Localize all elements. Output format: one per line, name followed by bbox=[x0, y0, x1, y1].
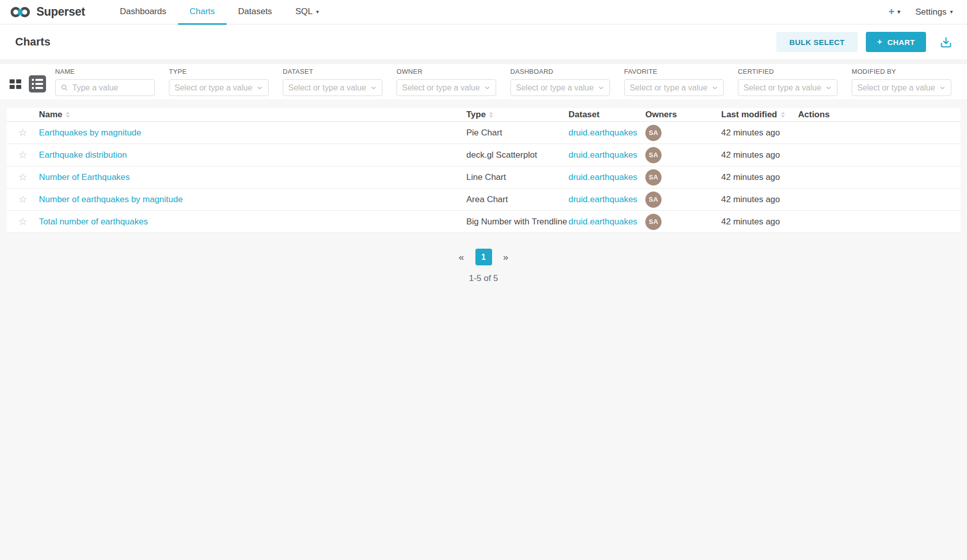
filter-name: NAME bbox=[55, 68, 155, 96]
chart-type: Area Chart bbox=[466, 195, 568, 205]
chart-type: Line Chart bbox=[466, 172, 568, 182]
export-download-icon bbox=[939, 35, 953, 49]
owner-avatar: SA bbox=[645, 125, 662, 141]
chart-name-link[interactable]: Earthquake distribution bbox=[39, 150, 127, 160]
filter-bar: NAME TYPE Select or type a value DATASET… bbox=[0, 64, 967, 99]
name-filter-input[interactable] bbox=[72, 83, 149, 92]
chart-name-link[interactable]: Number of earthquakes by magnitude bbox=[39, 195, 183, 204]
owner-avatar: SA bbox=[645, 169, 662, 185]
chart-name-link[interactable]: Earthquakes by magnitude bbox=[39, 128, 141, 137]
chevron-down-icon bbox=[370, 84, 377, 91]
brand-name: Superset bbox=[36, 5, 85, 19]
plus-icon: + bbox=[877, 37, 882, 47]
column-header-type[interactable]: Type bbox=[466, 110, 568, 120]
new-item-button[interactable]: + ▾ bbox=[889, 6, 900, 18]
filter-dataset: DATASET Select or type a value bbox=[283, 68, 382, 96]
sort-icon bbox=[781, 112, 785, 118]
chevron-down-icon bbox=[939, 84, 946, 91]
view-mode-toggles bbox=[9, 75, 46, 92]
caret-down-icon: ▾ bbox=[898, 9, 901, 15]
sort-icon bbox=[489, 112, 493, 118]
pagination: « 1 » bbox=[0, 249, 967, 265]
favorite-star-icon[interactable]: ☆ bbox=[18, 171, 27, 182]
charts-table: Name Type Dataset Owners Last modified A… bbox=[7, 108, 960, 233]
table-header-row: Name Type Dataset Owners Last modified A… bbox=[7, 108, 960, 122]
pagination-page-1[interactable]: 1 bbox=[475, 249, 492, 265]
favorite-star-icon[interactable]: ☆ bbox=[18, 149, 27, 160]
dashboard-filter-select[interactable]: Select or type a value bbox=[510, 79, 610, 96]
last-modified: 42 minutes ago bbox=[721, 172, 798, 182]
filter-favorite: FAVORITE Select or type a value bbox=[624, 68, 724, 96]
filter-fields: NAME TYPE Select or type a value DATASET… bbox=[55, 68, 951, 96]
chevron-down-icon bbox=[825, 84, 832, 91]
filter-certified: CERTIFIED Select or type a value bbox=[738, 68, 838, 96]
table-row: ☆ Number of earthquakes by magnitude Are… bbox=[7, 189, 960, 211]
dataset-link[interactable]: druid.earthquakes bbox=[568, 150, 637, 160]
top-navbar: Superset Dashboards Charts Datasets SQL … bbox=[0, 0, 967, 25]
dataset-filter-select[interactable]: Select or type a value bbox=[283, 79, 382, 96]
certified-filter-select[interactable]: Select or type a value bbox=[738, 79, 838, 96]
pagination-prev-button[interactable]: « bbox=[456, 250, 467, 265]
chart-name-link[interactable]: Number of Earthquakes bbox=[39, 172, 130, 182]
type-filter-select[interactable]: Select or type a value bbox=[169, 79, 269, 96]
search-icon bbox=[61, 84, 68, 91]
last-modified: 42 minutes ago bbox=[721, 217, 798, 227]
column-header-actions: Actions bbox=[798, 110, 960, 120]
nav-item-dashboards[interactable]: Dashboards bbox=[108, 0, 178, 25]
column-header-dataset: Dataset bbox=[568, 110, 645, 120]
export-charts-button[interactable] bbox=[939, 35, 953, 49]
pagination-next-button[interactable]: » bbox=[500, 250, 512, 265]
nav-menu: Dashboards Charts Datasets SQL ▾ bbox=[108, 0, 330, 24]
chevron-down-icon bbox=[598, 84, 604, 91]
settings-menu[interactable]: Settings ▾ bbox=[915, 7, 953, 17]
filter-owner: OWNER Select or type a value bbox=[397, 68, 496, 96]
superset-infinity-icon bbox=[9, 5, 31, 19]
nav-item-sql[interactable]: SQL ▾ bbox=[284, 0, 331, 25]
favorite-star-icon[interactable]: ☆ bbox=[18, 216, 27, 227]
owner-filter-select[interactable]: Select or type a value bbox=[397, 79, 496, 96]
nav-item-datasets[interactable]: Datasets bbox=[227, 0, 284, 25]
header-divider bbox=[0, 59, 967, 64]
filter-modified-by: MODIFIED BY Select or type a value bbox=[852, 68, 951, 96]
chevron-down-icon bbox=[712, 84, 718, 91]
chevron-down-icon bbox=[484, 84, 491, 91]
column-header-name[interactable]: Name bbox=[39, 110, 466, 120]
dataset-link[interactable]: druid.earthquakes bbox=[568, 172, 637, 182]
navbar-right: + ▾ Settings ▾ bbox=[889, 0, 953, 24]
favorite-star-icon[interactable]: ☆ bbox=[18, 127, 27, 138]
table-row: ☆ Earthquakes by magnitude Pie Chart dru… bbox=[7, 122, 960, 144]
dataset-link[interactable]: druid.earthquakes bbox=[568, 217, 637, 226]
add-chart-button[interactable]: + CHART bbox=[866, 32, 926, 52]
nav-item-charts[interactable]: Charts bbox=[178, 0, 227, 25]
dataset-link[interactable]: druid.earthquakes bbox=[568, 195, 637, 204]
column-header-owners: Owners bbox=[645, 110, 721, 120]
favorite-star-icon[interactable]: ☆ bbox=[18, 194, 27, 205]
page-header: Charts BULK SELECT + CHART bbox=[0, 25, 967, 59]
last-modified: 42 minutes ago bbox=[721, 150, 798, 160]
owner-avatar: SA bbox=[645, 192, 662, 208]
owner-avatar: SA bbox=[645, 147, 662, 163]
last-modified: 42 minutes ago bbox=[721, 195, 798, 205]
sort-icon bbox=[66, 112, 70, 118]
dataset-link[interactable]: druid.earthquakes bbox=[568, 128, 637, 137]
owner-avatar: SA bbox=[645, 214, 662, 230]
favorite-filter-select[interactable]: Select or type a value bbox=[624, 79, 724, 96]
table-row: ☆ Total number of earthquakes Big Number… bbox=[7, 211, 960, 233]
column-header-last-modified[interactable]: Last modified bbox=[721, 110, 798, 120]
page-title: Charts bbox=[15, 35, 51, 49]
pagination-summary: 1-5 of 5 bbox=[0, 273, 967, 284]
table-row: ☆ Earthquake distribution deck.gl Scatte… bbox=[7, 144, 960, 166]
chart-type: Pie Chart bbox=[466, 128, 568, 138]
filter-dashboard: DASHBOARD Select or type a value bbox=[510, 68, 610, 96]
list-view-icon[interactable] bbox=[29, 75, 46, 92]
superset-logo[interactable]: Superset bbox=[9, 0, 85, 24]
chart-type: Big Number with Trendline bbox=[466, 217, 568, 227]
modified-by-filter-select[interactable]: Select or type a value bbox=[852, 79, 951, 96]
chevron-down-icon bbox=[256, 84, 263, 91]
bulk-select-button[interactable]: BULK SELECT bbox=[776, 32, 858, 52]
chart-name-link[interactable]: Total number of earthquakes bbox=[39, 217, 148, 226]
card-view-icon[interactable] bbox=[9, 78, 22, 90]
last-modified: 42 minutes ago bbox=[721, 128, 798, 138]
caret-down-icon: ▾ bbox=[950, 9, 953, 15]
caret-down-icon: ▾ bbox=[316, 9, 319, 15]
